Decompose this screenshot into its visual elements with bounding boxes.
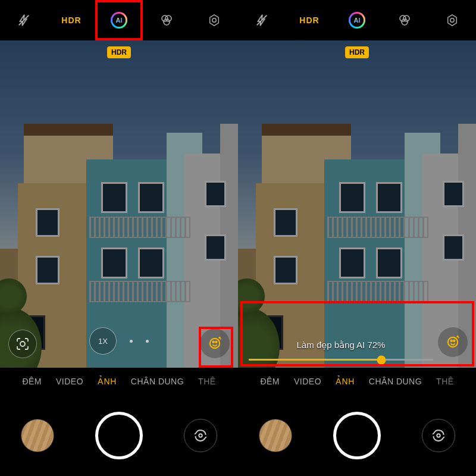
mode-more[interactable]: THÊ	[198, 377, 216, 386]
slider-track[interactable]	[249, 359, 433, 361]
bottom-toolbar	[0, 395, 238, 476]
svg-point-6	[20, 342, 25, 346]
slider-knob[interactable]	[377, 355, 386, 364]
camera-screen-right: HDR AI HDR	[238, 0, 476, 476]
shutter-button[interactable]	[95, 412, 143, 459]
camera-viewfinder[interactable]: HDR Làm đẹp bằng AI 72%	[238, 40, 476, 368]
svg-point-20	[437, 434, 440, 437]
mode-portrait[interactable]: CHÂN DUNG	[131, 377, 184, 386]
svg-point-3	[164, 19, 170, 25]
mode-photo[interactable]: ẢNH	[336, 377, 355, 386]
ai-beauty-toggle[interactable]: AI	[109, 10, 129, 30]
hdr-badge: HDR	[345, 46, 369, 58]
zoom-level[interactable]: 1X	[89, 327, 117, 355]
svg-point-19	[453, 340, 455, 342]
camera-viewfinder[interactable]: HDR 1X	[0, 40, 238, 368]
hdr-toggle[interactable]: HDR	[61, 10, 82, 30]
hdr-badge: HDR	[107, 46, 131, 58]
mode-night[interactable]: ĐÊM	[22, 377, 42, 386]
mode-portrait[interactable]: CHÂN DUNG	[369, 377, 422, 386]
camera-flip-button[interactable]	[184, 419, 217, 452]
settings-icon[interactable]	[442, 10, 462, 30]
ai-icon-label: AI	[354, 17, 361, 24]
mode-more[interactable]: THÊ	[436, 377, 454, 386]
settings-icon[interactable]	[204, 10, 224, 30]
svg-point-10	[199, 434, 202, 437]
slider-label: Làm đẹp bằng AI 72%	[297, 340, 386, 350]
svg-marker-15	[448, 15, 457, 26]
svg-marker-4	[210, 15, 219, 26]
ai-beauty-toggle[interactable]: AI	[347, 10, 367, 30]
flash-icon[interactable]	[14, 10, 34, 30]
mode-video[interactable]: VIDEO	[56, 377, 83, 386]
svg-point-16	[450, 18, 454, 22]
mode-selector[interactable]: ĐÊM VIDEO ẢNH CHÂN DUNG THÊ	[238, 368, 476, 395]
zoom-dot[interactable]	[130, 340, 133, 343]
svg-point-7	[210, 339, 220, 348]
svg-point-17	[448, 337, 458, 347]
shutter-button[interactable]	[333, 412, 381, 459]
filter-icon[interactable]	[394, 10, 415, 30]
svg-point-18	[451, 340, 452, 342]
svg-point-5	[212, 18, 216, 22]
filter-icon[interactable]	[156, 10, 177, 30]
mode-selector[interactable]: ĐÊM VIDEO ẢNH CHÂN DUNG THÊ	[0, 368, 238, 395]
bottom-toolbar	[238, 395, 476, 476]
hdr-toggle[interactable]: HDR	[299, 10, 320, 30]
svg-point-8	[213, 342, 214, 343]
top-toolbar: HDR AI	[0, 0, 238, 40]
svg-point-13	[403, 15, 409, 21]
mode-video[interactable]: VIDEO	[294, 377, 321, 386]
svg-point-2	[165, 15, 171, 21]
beauty-slider-button[interactable]	[438, 327, 468, 357]
mode-photo[interactable]: ẢNH	[98, 377, 117, 386]
flash-icon[interactable]	[252, 10, 272, 30]
ai-beauty-slider[interactable]: Làm đẹp bằng AI 72%	[249, 340, 433, 361]
zoom-controls[interactable]: 1X	[89, 327, 149, 355]
camera-screen-left: HDR AI HDR	[0, 0, 238, 476]
zoom-dot[interactable]	[146, 340, 149, 343]
camera-flip-button[interactable]	[422, 419, 455, 452]
ai-icon-label: AI	[116, 17, 123, 24]
beauty-slider-button[interactable]	[200, 328, 230, 358]
svg-point-9	[215, 342, 217, 343]
gallery-thumbnail[interactable]	[259, 419, 292, 452]
svg-point-14	[402, 19, 408, 25]
mode-night[interactable]: ĐÊM	[260, 377, 280, 386]
gallery-thumbnail[interactable]	[21, 419, 54, 452]
top-toolbar: HDR AI	[238, 0, 476, 40]
google-lens-button[interactable]	[8, 330, 37, 358]
